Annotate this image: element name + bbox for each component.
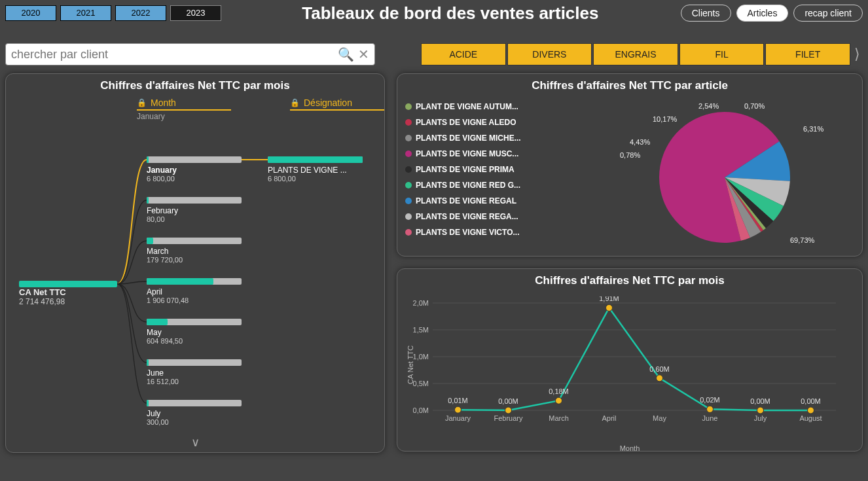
data-label: 0,60M	[649, 365, 670, 373]
data-point[interactable]	[707, 406, 714, 412]
legend-swatch	[405, 166, 412, 173]
data-point[interactable]	[657, 375, 663, 382]
data-point[interactable]	[606, 304, 613, 311]
node-label: PLANTS DE VIGNE ...	[268, 166, 363, 175]
data-point[interactable]	[455, 406, 461, 413]
node-value: 300,00	[147, 418, 242, 426]
header-row: 2020202120222023 Tableaux de bord des ve…	[0, 0, 868, 26]
year-button-2023[interactable]: 2023	[170, 5, 221, 21]
legend-label: PLANTS DE VIGNE REGAL	[416, 196, 516, 205]
legend-swatch	[405, 151, 412, 157]
panel-title: Chiffres d'affaires Net TTC par mois	[397, 269, 862, 293]
x-tick: April	[602, 414, 616, 422]
data-point[interactable]	[556, 397, 562, 404]
month-node-april[interactable]: April 1 906 070,48	[147, 278, 242, 304]
category-fil[interactable]: FIL	[679, 43, 765, 65]
category-engrais[interactable]: ENGRAIS	[593, 43, 678, 65]
chevron-down-icon[interactable]: ∨	[191, 435, 200, 450]
year-buttons: 2020202120222023	[5, 5, 225, 21]
root-label: CA Net TTC	[19, 287, 117, 297]
data-label: 0,01M	[448, 397, 468, 404]
view-tabs: ClientsArticlesrecap client	[676, 5, 863, 22]
search-input[interactable]	[11, 48, 334, 62]
legend-swatch	[405, 229, 412, 236]
legend-swatch	[405, 198, 412, 204]
right-column: Chiffres d'affaires Net TTC par article …	[397, 73, 863, 453]
legend-swatch	[405, 182, 412, 188]
y-axis-label: CA Net TTC	[407, 346, 414, 384]
pie-legend: PLANT DE VIGNE AUTUM...PLANTS DE VIGNE A…	[397, 98, 548, 257]
legend-item[interactable]: PLANTS DE VIGNE MUSC...	[405, 146, 548, 162]
pie-data-label: 4,43%	[630, 138, 650, 146]
data-point[interactable]	[505, 407, 512, 414]
node-label: July	[147, 409, 242, 418]
node-value: 604 894,50	[147, 337, 242, 345]
pie-data-label: 0,78%	[620, 151, 640, 159]
y-tick: 1,5M	[413, 326, 429, 334]
detail-node[interactable]: PLANTS DE VIGNE ... 6 800,00	[268, 156, 363, 183]
tab-recap-client[interactable]: recap client	[793, 5, 863, 22]
month-node-july[interactable]: July 300,00	[147, 400, 242, 426]
search-icon[interactable]: 🔍	[338, 46, 354, 62]
category-bar: ACIDEDIVERSENGRAISFILFILET ⟩	[421, 43, 863, 65]
year-button-2022[interactable]: 2022	[115, 5, 166, 21]
panel-pie: Chiffres d'affaires Net TTC par article …	[397, 73, 863, 257]
legend-item[interactable]: PLANTS DE VIGNE RED G...	[405, 177, 548, 193]
x-tick: January	[445, 414, 471, 422]
month-node-january[interactable]: January 6 800,00	[147, 156, 242, 183]
data-point[interactable]	[757, 407, 764, 414]
column-designation[interactable]: 🔒Désignation	[290, 98, 384, 121]
category-divers[interactable]: DIVERS	[507, 43, 592, 65]
clear-icon[interactable]: ✕	[358, 46, 369, 62]
legend-item[interactable]: PLANTS DE VIGNE PRIMA	[405, 162, 548, 177]
month-node-february[interactable]: February 80,00	[147, 197, 242, 223]
pie-chart[interactable]: 69,73%10,17%2,54%0,70%6,31%4,43%0,78%	[568, 102, 842, 253]
legend-label: PLANTS DE VIGNE VICTO...	[416, 228, 519, 237]
month-node-may[interactable]: May 604 894,50	[147, 319, 242, 345]
y-tick: 0,5M	[413, 380, 429, 387]
chevron-right-icon[interactable]: ⟩	[852, 46, 863, 63]
y-tick: 0,0M	[413, 406, 429, 414]
month-node-june[interactable]: June 16 512,00	[147, 359, 242, 385]
month-node-march[interactable]: March 179 720,00	[147, 238, 242, 264]
line-chart[interactable]: 0,0M0,5M1,0M1,5M2,0M0,01MJanuary0,00MFeb…	[400, 296, 845, 434]
data-label: 0,00M	[801, 397, 821, 405]
x-tick: May	[653, 414, 666, 422]
legend-item[interactable]: PLANTS DE VIGNE REGA...	[405, 209, 548, 224]
category-acide[interactable]: ACIDE	[421, 43, 506, 65]
x-axis-label: Month	[620, 444, 640, 452]
search-box[interactable]: 🔍 ✕	[5, 43, 375, 65]
node-label: June	[147, 368, 242, 378]
col-label: Month	[151, 98, 176, 108]
legend-label: PLANT DE VIGNE AUTUM...	[416, 102, 518, 111]
decomposition-tree[interactable]: 🔒Month January 🔒Désignation CA Net TTC 2…	[6, 98, 384, 454]
legend-label: PLANTS DE VIGNE MUSC...	[416, 149, 518, 158]
legend-item[interactable]: PLANTS DE VIGNE VICTO...	[405, 224, 548, 240]
data-point[interactable]	[808, 407, 814, 414]
node-value: 179 720,00	[147, 256, 242, 264]
panel-line: Chiffres d'affaires Net TTC par mois CA …	[397, 268, 863, 452]
root-value: 2 714 476,98	[19, 297, 117, 306]
legend-item[interactable]: PLANTS DE VIGNE MICHE...	[405, 130, 548, 146]
year-button-2020[interactable]: 2020	[5, 5, 56, 21]
tab-articles[interactable]: Articles	[736, 5, 789, 22]
panel-title: Chiffres d'affaires Net TTC par mois	[6, 74, 384, 98]
panel-decomposition: Chiffres d'affaires Net TTC par mois 🔒Mo…	[5, 73, 385, 453]
legend-label: PLANTS DE VIGNE RED G...	[416, 181, 520, 190]
legend-item[interactable]: PLANTS DE VIGNE REGAL	[405, 193, 548, 209]
data-label: 1,91M	[599, 296, 619, 302]
column-month[interactable]: 🔒Month January	[137, 98, 231, 121]
category-filet[interactable]: FILET	[765, 43, 850, 65]
legend-item[interactable]: PLANTS DE VIGNE ALEDO	[405, 115, 548, 130]
tab-clients[interactable]: Clients	[681, 5, 731, 22]
pie-data-label: 2,54%	[698, 102, 719, 110]
legend-item[interactable]: PLANT DE VIGNE AUTUM...	[405, 99, 548, 115]
col-label: Désignation	[304, 98, 352, 108]
x-tick: March	[549, 414, 569, 422]
line-series	[458, 308, 811, 410]
root-node[interactable]: CA Net TTC 2 714 476,98	[19, 281, 117, 306]
legend-swatch	[405, 103, 412, 110]
year-button-2021[interactable]: 2021	[60, 5, 111, 21]
pie-data-label: 10,17%	[653, 115, 678, 123]
legend-swatch	[405, 213, 412, 220]
